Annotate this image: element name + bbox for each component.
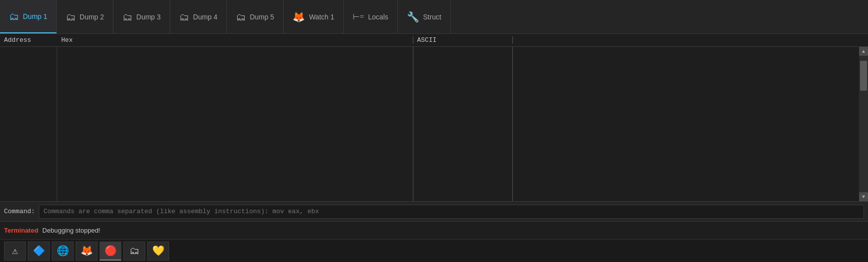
taskbar-item-6[interactable]: 💛: [147, 242, 169, 261]
struct-icon: 🔧: [407, 12, 419, 22]
dump-body: ▲ ▼: [0, 47, 868, 201]
tab-dump3[interactable]: 🗂 Dump 3: [113, 0, 170, 33]
command-input[interactable]: [39, 205, 864, 219]
tab-struct-label: Struct: [423, 13, 442, 21]
dump-column-headers: Address Hex ASCII: [0, 34, 868, 47]
taskbar-item-5[interactable]: 🗂: [123, 242, 145, 261]
dump-address-column: [0, 47, 57, 201]
taskbar-item-3[interactable]: 🦊: [76, 242, 97, 261]
dump5-icon: 🗂: [236, 12, 246, 22]
ascii-header: ASCII: [413, 36, 513, 44]
tab-dump5-label: Dump 5: [250, 13, 274, 21]
tab-bar: 🗂 Dump 1 🗂 Dump 2 🗂 Dump 3 🗂 Dump 4 🗂 Du…: [0, 0, 868, 34]
tab-struct[interactable]: 🔧 Struct: [398, 0, 451, 33]
dump2-icon: 🗂: [66, 12, 76, 22]
status-bar: Terminated Debugging stopped!: [0, 221, 868, 239]
dump3-icon: 🗂: [122, 12, 132, 22]
dump-panel: Address Hex ASCII ▲ ▼: [0, 34, 868, 201]
taskbar-item-1[interactable]: 🔷: [28, 242, 50, 261]
tab-dump5[interactable]: 🗂 Dump 5: [227, 0, 284, 33]
tab-dump2[interactable]: 🗂 Dump 2: [57, 0, 113, 33]
tab-dump1-label: Dump 1: [23, 12, 47, 20]
command-bar: Command:: [0, 201, 868, 221]
dump-ascii-column: [413, 47, 513, 201]
address-header: Address: [0, 36, 57, 44]
taskbar-item-0[interactable]: ⚠: [4, 242, 26, 261]
tab-watch1[interactable]: 🦊 Watch 1: [284, 0, 344, 33]
dump-hex-column: [57, 47, 413, 201]
command-label: Command:: [4, 208, 35, 215]
tab-dump3-label: Dump 3: [136, 13, 161, 21]
tab-dump1[interactable]: 🗂 Dump 1: [0, 0, 57, 33]
tab-locals-label: Locals: [368, 13, 388, 21]
tab-dump4[interactable]: 🗂 Dump 4: [170, 0, 227, 33]
terminated-badge: Terminated: [4, 227, 38, 234]
scrollbar-track[interactable]: [859, 56, 868, 192]
main-content: Address Hex ASCII ▲ ▼: [0, 34, 868, 239]
address-header-label: Address: [4, 36, 31, 44]
scrollbar-down-button[interactable]: ▼: [859, 192, 868, 201]
tab-dump2-label: Dump 2: [80, 13, 104, 21]
taskbar-item-4[interactable]: 🔴: [99, 242, 121, 261]
taskbar-item-2[interactable]: 🌐: [52, 242, 74, 261]
scrollbar-thumb[interactable]: [860, 61, 867, 91]
hex-header: Hex: [57, 36, 413, 44]
dump-extra-column: [513, 47, 868, 201]
scrollbar-up-button[interactable]: ▲: [859, 47, 868, 56]
watch1-icon: 🦊: [292, 12, 305, 22]
tab-watch1-label: Watch 1: [309, 13, 334, 21]
taskbar: ⚠ 🔷 🌐 🦊 🔴 🗂 💛: [0, 239, 868, 262]
tab-locals[interactable]: ⊢= Locals: [344, 0, 398, 33]
scrollbar: ▲ ▼: [859, 47, 868, 201]
dump4-icon: 🗂: [179, 12, 189, 22]
tab-dump4-label: Dump 4: [193, 13, 217, 21]
hex-header-label: Hex: [61, 36, 73, 44]
dump1-icon: 🗂: [9, 11, 19, 21]
status-message: Debugging stopped!: [42, 227, 100, 234]
locals-icon: ⊢=: [353, 13, 364, 21]
ascii-header-label: ASCII: [417, 36, 437, 44]
